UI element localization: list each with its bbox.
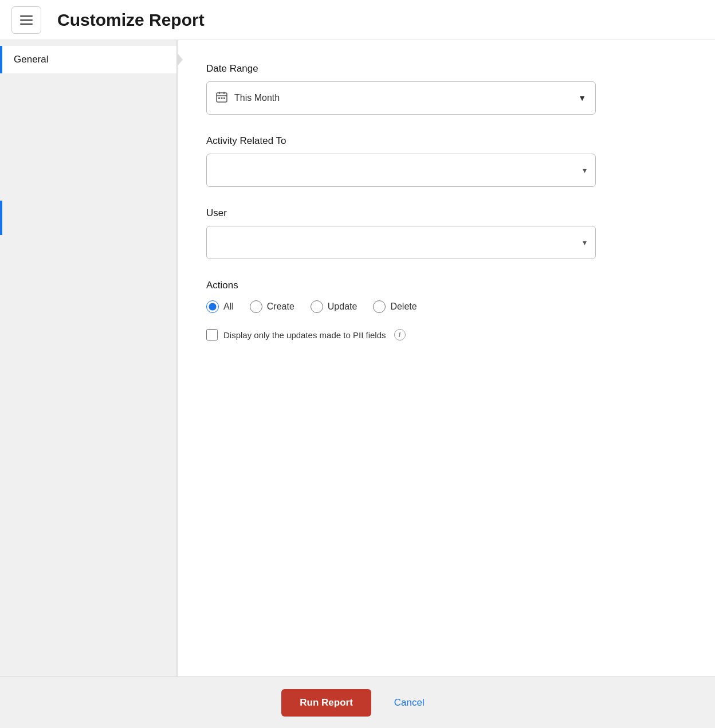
radio-label-all: All: [223, 302, 234, 312]
activity-related-to-group: Activity Related To ▾: [206, 135, 596, 187]
hamburger-button[interactable]: [11, 6, 41, 34]
activity-related-to-select[interactable]: [206, 154, 596, 187]
svg-rect-6: [223, 97, 225, 99]
info-icon: i: [394, 329, 406, 340]
form-section: Date Range This Month: [206, 63, 596, 340]
actions-radio-group: All Create Update Delete: [206, 300, 596, 313]
date-range-value: This Month: [234, 93, 578, 103]
pii-checkbox-option[interactable]: Display only the updates made to PII fie…: [206, 329, 596, 340]
activity-related-to-label: Activity Related To: [206, 135, 596, 147]
user-group: User ▾: [206, 208, 596, 259]
sidebar-item-label: General: [14, 54, 48, 65]
sidebar-divider: [176, 40, 177, 676]
radio-option-update[interactable]: Update: [311, 300, 358, 313]
svg-rect-5: [221, 97, 223, 99]
radio-option-delete[interactable]: Delete: [373, 300, 417, 313]
page-title: Customize Report: [57, 10, 205, 30]
date-range-select[interactable]: This Month ▼: [206, 81, 596, 115]
activity-related-to-wrapper: ▾: [206, 154, 596, 187]
sidebar-blue-accent: [0, 201, 2, 235]
radio-input-all[interactable]: [206, 300, 219, 313]
calendar-icon: [216, 91, 227, 105]
radio-label-update: Update: [328, 302, 358, 312]
radio-label-delete: Delete: [390, 302, 417, 312]
sidebar: General: [0, 40, 178, 676]
hamburger-line-3: [20, 24, 33, 25]
date-range-label: Date Range: [206, 63, 596, 75]
footer: Run Report Cancel: [0, 676, 715, 728]
pii-checkbox-input[interactable]: [206, 329, 218, 340]
user-label: User: [206, 208, 596, 219]
sidebar-item-general[interactable]: General: [0, 46, 177, 73]
actions-group: Actions All Create Update: [206, 280, 596, 340]
main-layout: General Date Range: [0, 40, 715, 676]
header: Customize Report: [0, 0, 715, 40]
hamburger-line-1: [20, 15, 33, 17]
date-range-group: Date Range This Month: [206, 63, 596, 115]
user-wrapper: ▾: [206, 226, 596, 259]
svg-rect-4: [218, 97, 220, 99]
run-report-button[interactable]: Run Report: [281, 689, 371, 717]
radio-option-all[interactable]: All: [206, 300, 234, 313]
user-select[interactable]: [206, 226, 596, 259]
radio-option-create[interactable]: Create: [250, 300, 294, 313]
actions-label: Actions: [206, 280, 596, 291]
pii-checkbox-label: Display only the updates made to PII fie…: [223, 330, 386, 340]
radio-input-delete[interactable]: [373, 300, 386, 313]
radio-input-update[interactable]: [311, 300, 323, 313]
radio-input-create[interactable]: [250, 300, 262, 313]
pii-checkbox-section: Display only the updates made to PII fie…: [206, 329, 596, 340]
date-range-chevron-icon: ▼: [578, 93, 586, 103]
radio-label-create: Create: [267, 302, 294, 312]
hamburger-line-2: [20, 19, 33, 21]
content-area: Date Range This Month: [178, 40, 715, 676]
cancel-button[interactable]: Cancel: [385, 689, 434, 717]
